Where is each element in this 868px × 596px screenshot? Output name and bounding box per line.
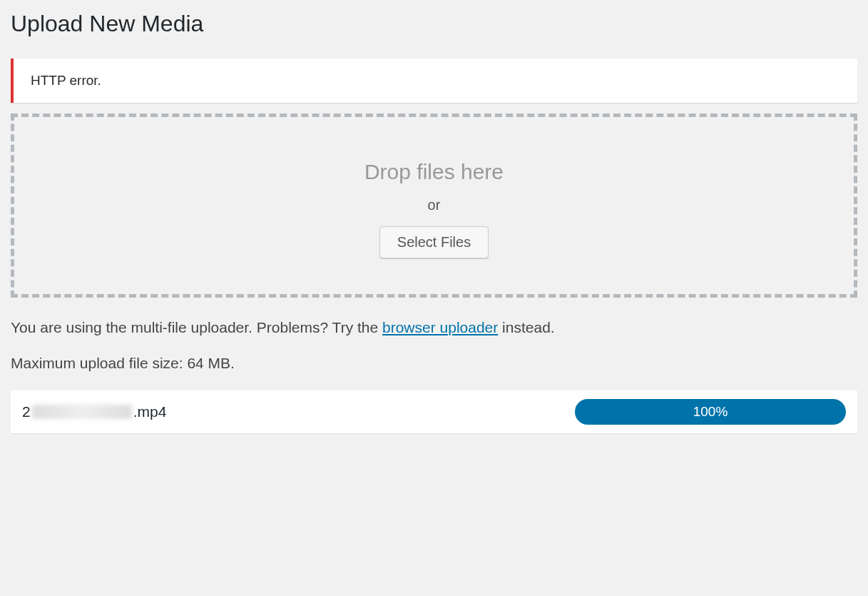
browser-uploader-link[interactable]: browser uploader <box>382 319 498 335</box>
filename-suffix: .mp4 <box>133 403 167 420</box>
select-files-button[interactable]: Select Files <box>379 226 489 258</box>
upload-filename: 2 .mp4 <box>22 403 166 420</box>
upload-progress-bar: 100% <box>575 399 846 425</box>
error-notice: HTTP error. <box>11 59 857 103</box>
uploader-info-prefix: You are using the multi-file uploader. P… <box>11 319 382 335</box>
uploader-info: You are using the multi-file uploader. P… <box>11 319 857 336</box>
filename-redacted <box>32 405 132 419</box>
upload-progress-percent: 100% <box>693 404 728 420</box>
dropzone-heading: Drop files here <box>14 160 854 184</box>
filename-prefix: 2 <box>22 403 31 420</box>
uploader-info-suffix: instead. <box>498 319 554 335</box>
page-title: Upload New Media <box>11 11 857 37</box>
upload-progress-row: 2 .mp4 100% <box>11 390 857 433</box>
error-message: HTTP error. <box>31 73 840 89</box>
dropzone-or-text: or <box>14 197 854 213</box>
upload-dropzone[interactable]: Drop files here or Select Files <box>11 113 857 298</box>
max-upload-size: Maximum upload file size: 64 MB. <box>11 355 857 372</box>
